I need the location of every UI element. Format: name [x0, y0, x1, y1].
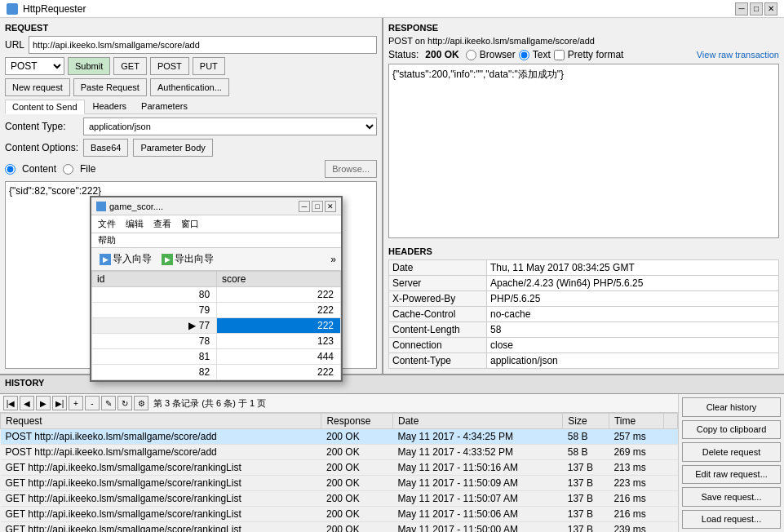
db-row[interactable]: 78 123	[92, 334, 341, 349]
db-row-score: 222	[217, 287, 341, 303]
last-page-button[interactable]: ▶|	[52, 396, 67, 410]
history-date: May 11 2017 - 4:33:52 PM	[393, 445, 563, 460]
method-select[interactable]: POST GET PUT DELETE	[5, 57, 64, 75]
tab-parameters[interactable]: Parameters	[135, 100, 194, 113]
db-row[interactable]: 80 222	[92, 287, 341, 303]
history-row[interactable]: GET http://api.ikeeko.lsm/smallgame/scor…	[1, 476, 678, 491]
put-button[interactable]: PUT	[193, 57, 225, 75]
edit-button[interactable]: ✎	[101, 396, 116, 410]
db-row[interactable]: ▶ 77 222	[92, 318, 341, 334]
new-request-button[interactable]: New request	[5, 78, 70, 96]
history-row[interactable]: GET http://api.ikeeko.lsm/smallgame/scor…	[1, 507, 678, 522]
history-row[interactable]: POST http://api.ikeeko.lsm/smallgame/sco…	[1, 429, 678, 445]
menu-file[interactable]: 文件	[96, 217, 117, 231]
db-row[interactable]: 79 222	[92, 303, 341, 318]
file-radio-label: File	[80, 163, 95, 175]
pretty-format-checkbox[interactable]	[554, 50, 565, 60]
menu-help[interactable]: 帮助	[96, 234, 117, 246]
history-table-container[interactable]: |◀ ◀ ▶ ▶| + - ✎ ↻ ⚙ 第 3 条记录 (共 6 条) 于 1 …	[0, 394, 678, 532]
header-row: X-Powered-ByPHP/5.6.25	[389, 291, 779, 307]
expand-icon[interactable]: »	[330, 254, 336, 265]
edit-raw-request-button[interactable]: Edit raw request...	[682, 465, 781, 485]
submit-button[interactable]: Submit	[68, 57, 110, 75]
first-page-button[interactable]: |◀	[3, 396, 18, 410]
header-name: Date	[389, 260, 487, 276]
tab-content-to-send[interactable]: Content to Send	[5, 100, 85, 114]
import-btn[interactable]: ▶ 导入向导	[96, 250, 155, 268]
db-maximize-button[interactable]: □	[312, 201, 323, 212]
prev-page-button[interactable]: ◀	[20, 396, 34, 410]
db-close-button[interactable]: ✕	[325, 201, 336, 212]
history-size: 137 B	[563, 476, 609, 491]
app-title: HttpRequester	[23, 3, 86, 15]
db-icon	[96, 202, 106, 211]
text-radio[interactable]	[519, 50, 529, 60]
refresh-button[interactable]: ↻	[117, 396, 132, 410]
db-table-container[interactable]: id score 80 222 79 222 ▶ 77 222 78 123 8…	[91, 271, 341, 380]
db-row[interactable]: 82 222	[92, 365, 341, 380]
title-bar: HttpRequester ─ □ ✕	[0, 0, 784, 18]
next-page-button[interactable]: ▶	[36, 396, 51, 410]
paste-request-button[interactable]: Paste Request	[73, 78, 147, 96]
db-row-indicator: 78	[92, 334, 217, 349]
post-button[interactable]: POST	[150, 57, 189, 75]
copy-clipboard-button[interactable]: Copy to clipboard	[682, 420, 781, 440]
content-type-label: Content Type:	[5, 121, 78, 132]
get-button[interactable]: GET	[113, 57, 147, 75]
history-row[interactable]: POST http://api.ikeeko.lsm/smallgame/sco…	[1, 445, 678, 460]
settings-button[interactable]: ⚙	[134, 396, 148, 410]
history-row[interactable]: GET http://api.ikeeko.lsm/smallgame/scor…	[1, 491, 678, 507]
maximize-button[interactable]: □	[750, 2, 763, 16]
header-name: Cache-Control	[389, 307, 487, 322]
history-request: GET http://api.ikeeko.lsm/smallgame/scor…	[1, 460, 321, 476]
menu-window[interactable]: 窗口	[179, 217, 201, 231]
history-date: May 11 2017 - 11:50:09 AM	[393, 476, 563, 491]
param-body-button[interactable]: Parameter Body	[133, 139, 212, 157]
view-raw-link[interactable]: View raw transaction	[697, 50, 779, 60]
add-button[interactable]: +	[69, 396, 83, 410]
history-date: May 11 2017 - 11:50:07 AM	[393, 491, 563, 507]
history-extra	[663, 507, 677, 522]
tab-headers[interactable]: Headers	[86, 100, 134, 113]
history-row[interactable]: GET http://api.ikeeko.lsm/smallgame/scor…	[1, 522, 678, 533]
clear-history-button[interactable]: Clear history	[682, 397, 781, 417]
delete-request-button[interactable]: Delete request	[682, 442, 781, 462]
base64-button[interactable]: Base64	[83, 139, 128, 157]
history-time: 223 ms	[609, 476, 663, 491]
browse-button[interactable]: Browse...	[325, 160, 377, 178]
menu-view[interactable]: 查看	[152, 217, 173, 231]
file-radio[interactable]	[63, 164, 73, 175]
load-request-button[interactable]: Load request...	[682, 510, 781, 530]
history-title: History	[5, 378, 44, 388]
history-buttons: Clear history Copy to clipboard Delete r…	[678, 394, 784, 532]
text-radio-label: Text	[533, 49, 551, 60]
minimize-button[interactable]: ─	[735, 2, 748, 16]
history-response: 200 OK	[321, 507, 393, 522]
history-extra	[663, 522, 677, 533]
content-radio[interactable]	[5, 164, 16, 175]
close-button[interactable]: ✕	[764, 2, 777, 16]
history-date: May 11 2017 - 11:50:16 AM	[393, 460, 563, 476]
response-url: POST on http://api.ikeeko.lsm/smallgame/…	[388, 36, 779, 46]
db-row-score: 444	[217, 349, 341, 365]
history-row[interactable]: GET http://api.ikeeko.lsm/smallgame/scor…	[1, 460, 678, 476]
db-title-bar: game_scor.... ─ □ ✕	[91, 197, 341, 215]
request-tabs: Content to Send Headers Parameters	[5, 100, 377, 114]
db-row-score: 222	[217, 303, 341, 318]
header-value: Apache/2.4.23 (Win64) PHP/5.6.25	[487, 276, 779, 291]
import-label: 导入向导	[113, 252, 152, 266]
minus-button[interactable]: -	[85, 396, 100, 410]
history-table: Request Response Date Size Time POST htt…	[0, 413, 678, 532]
browser-radio[interactable]	[466, 50, 476, 60]
db-minimize-button[interactable]: ─	[299, 201, 310, 212]
export-btn[interactable]: ▶ 导出向导	[158, 250, 217, 268]
db-row[interactable]: 81 444	[92, 349, 341, 365]
menu-edit[interactable]: 编辑	[124, 217, 145, 231]
content-type-select[interactable]: application/json text/plain application/…	[83, 117, 377, 135]
save-request-button[interactable]: Save request...	[682, 487, 781, 507]
response-panel: Response POST on http://api.ikeeko.lsm/s…	[383, 18, 784, 374]
db-table: id score 80 222 79 222 ▶ 77 222 78 123 8…	[91, 271, 341, 380]
history-time: 269 ms	[609, 445, 663, 460]
url-input[interactable]	[29, 36, 377, 54]
authentication-button[interactable]: Authentication...	[150, 78, 229, 96]
